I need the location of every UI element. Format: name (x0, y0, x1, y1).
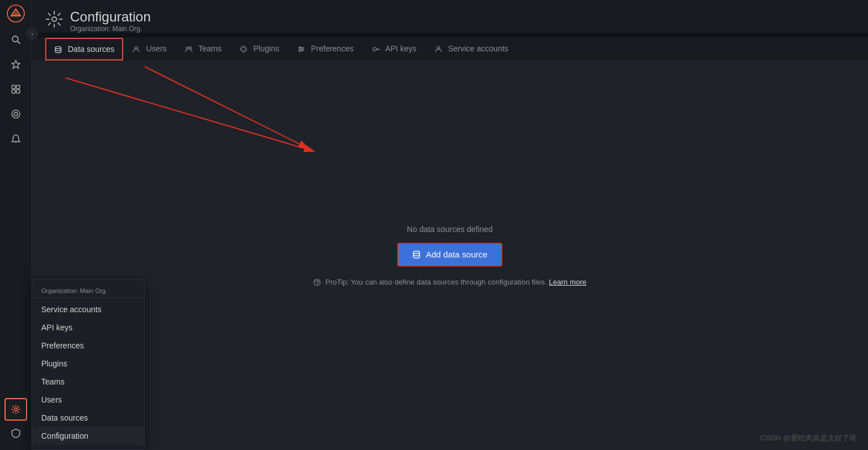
main-area: Configuration Organization: Main Org. Da… (32, 0, 868, 450)
tab-preferences[interactable]: Preferences (288, 37, 362, 61)
svg-point-22 (302, 49, 303, 50)
svg-line-2 (18, 41, 20, 43)
page-subtitle: Organization: Main Org. (70, 25, 151, 33)
main-content: No data sources defined Add data source (32, 61, 868, 450)
sidebar-item-search[interactable] (5, 28, 27, 51)
protip-text: ProTip: You can also define data sources… (313, 278, 587, 287)
tab-service-accounts-label: Service accounts (448, 44, 509, 53)
svg-point-17 (189, 47, 192, 49)
dropdown-org-label: Organization: Main Org. (32, 284, 144, 298)
tab-teams[interactable]: Teams (176, 37, 231, 61)
add-datasource-icon (412, 250, 421, 260)
content-wrapper: No data sources defined Add data source (32, 61, 868, 450)
tab-plugins[interactable]: Plugins (231, 37, 288, 61)
dropdown-item-data-sources[interactable]: Data sources (32, 409, 144, 427)
svg-rect-7 (16, 90, 20, 93)
dropdown-item-configuration[interactable]: Configuration (32, 427, 144, 445)
svg-point-12 (14, 408, 17, 411)
data-sources-icon (54, 45, 64, 54)
svg-rect-4 (12, 85, 15, 89)
dropdown-item-users[interactable]: Users (32, 391, 144, 409)
app-logo[interactable] (7, 5, 25, 23)
svg-point-13 (52, 17, 57, 21)
protip-message: ProTip: You can also define data sources… (326, 278, 549, 286)
dropdown-item-plugins[interactable]: Plugins (32, 355, 144, 373)
svg-point-8 (12, 110, 20, 118)
learn-more-link[interactable]: Learn more (549, 278, 586, 286)
svg-point-31 (317, 284, 318, 285)
svg-point-30 (314, 279, 320, 286)
sidebar-toggle[interactable]: › (27, 28, 38, 40)
svg-rect-6 (12, 90, 15, 93)
svg-point-14 (55, 46, 61, 49)
tab-users[interactable]: Users (123, 37, 176, 61)
sidebar-item-configuration[interactable] (5, 398, 27, 421)
dropdown-menu: Organization: Main Org. Service accounts… (32, 279, 145, 450)
users-icon (132, 44, 142, 53)
svg-rect-5 (16, 85, 20, 89)
plugins-icon (240, 44, 250, 53)
svg-point-21 (300, 47, 301, 48)
watermark: CSDN @爱吃肉真是太好了呀 (760, 433, 857, 443)
tab-plugins-label: Plugins (253, 44, 279, 53)
page-title: Configuration (70, 9, 151, 25)
page-header: Configuration Organization: Main Org. (32, 0, 868, 33)
service-accounts-icon (435, 44, 445, 53)
sidebar-item-explore[interactable] (5, 103, 27, 125)
tab-service-accounts[interactable]: Service accounts (426, 37, 518, 61)
sidebar-bottom (5, 397, 27, 445)
svg-point-29 (414, 251, 420, 254)
dropdown-item-service-accounts[interactable]: Service accounts (32, 300, 144, 318)
tabs-bar: Data sources Users Teams (32, 37, 868, 61)
svg-point-23 (300, 50, 301, 51)
dropdown-item-teams[interactable]: Teams (32, 373, 144, 391)
sidebar-item-starred[interactable] (5, 53, 27, 76)
teams-icon (185, 44, 195, 53)
svg-point-9 (14, 112, 18, 116)
tab-api-keys-label: API keys (385, 44, 416, 53)
tab-users-label: Users (146, 44, 167, 53)
page-title-group: Configuration Organization: Main Org. (70, 9, 151, 33)
sidebar-item-shield[interactable] (5, 422, 27, 444)
api-keys-icon (372, 44, 382, 53)
preferences-icon (297, 44, 307, 53)
add-data-source-button[interactable]: Add data source (397, 243, 502, 266)
dropdown-item-preferences[interactable]: Preferences (32, 337, 144, 355)
config-icon (45, 10, 63, 32)
no-data-message: No data sources defined (407, 225, 493, 234)
svg-marker-3 (12, 60, 20, 68)
svg-point-24 (373, 47, 376, 51)
tab-data-sources[interactable]: Data sources (45, 38, 123, 60)
sidebar: › (0, 0, 32, 450)
tab-preferences-label: Preferences (311, 44, 353, 53)
sidebar-item-dashboards[interactable] (5, 78, 27, 101)
tab-data-sources-label: Data sources (68, 45, 114, 54)
svg-point-16 (186, 47, 189, 49)
sidebar-item-alerting[interactable] (5, 128, 27, 150)
dropdown-item-api-keys[interactable]: API keys (32, 318, 144, 337)
tab-api-keys[interactable]: API keys (363, 37, 426, 61)
tab-teams-label: Teams (198, 44, 222, 53)
add-data-source-label: Add data source (426, 250, 487, 259)
